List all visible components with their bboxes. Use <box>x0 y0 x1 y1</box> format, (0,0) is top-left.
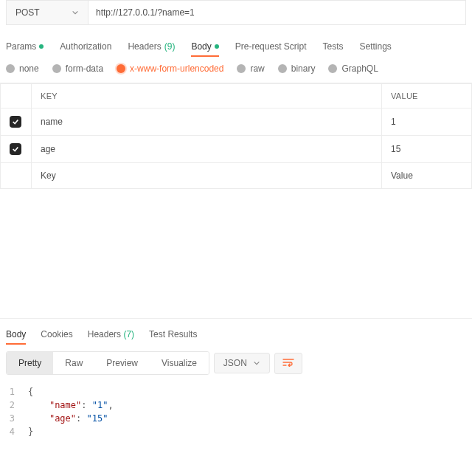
tab-body[interactable]: Body <box>191 37 218 56</box>
tab-authorization[interactable]: Authorization <box>60 37 111 56</box>
url-text: http://127.0.0.1/?name=1 <box>96 7 195 18</box>
method-label: POST <box>15 7 40 18</box>
body-type-x-www-form-urlencoded[interactable]: x-www-form-urlencoded <box>117 63 223 74</box>
url-input[interactable]: http://127.0.0.1/?name=1 <box>88 1 465 24</box>
radio-icon <box>237 64 246 73</box>
view-preview[interactable]: Preview <box>94 352 150 374</box>
view-raw[interactable]: Raw <box>53 352 94 374</box>
table-row-new: KeyValue <box>1 163 472 189</box>
response-tab-body[interactable]: Body <box>6 325 26 344</box>
key-placeholder[interactable]: Key <box>32 163 382 189</box>
chevron-down-icon <box>72 9 79 16</box>
col-key-header: KEY <box>32 84 382 108</box>
format-select[interactable]: JSON <box>214 353 270 373</box>
tab-tests[interactable]: Tests <box>322 37 343 56</box>
radio-icon <box>117 64 125 73</box>
format-label: JSON <box>223 358 247 368</box>
spacer <box>0 189 472 318</box>
body-type-row: noneform-datax-www-form-urlencodedrawbin… <box>0 56 472 83</box>
code-line: 2 "name": "1", <box>6 399 466 412</box>
table-row: age15 <box>1 136 472 163</box>
radio-icon <box>6 64 15 73</box>
method-select[interactable]: POST <box>7 1 88 24</box>
table-row: name1 <box>1 108 472 136</box>
response-view-bar: PrettyRawPreviewVisualize JSON <box>0 344 472 382</box>
row-checkbox[interactable] <box>10 143 21 155</box>
chevron-down-icon <box>253 359 260 367</box>
body-type-form-data[interactable]: form-data <box>52 63 103 74</box>
radio-icon <box>328 64 337 73</box>
value-placeholder[interactable]: Value <box>382 163 472 189</box>
body-type-GraphQL[interactable]: GraphQL <box>328 63 378 74</box>
view-button-group: PrettyRawPreviewVisualize <box>6 351 209 375</box>
response-tab-test-results[interactable]: Test Results <box>149 325 197 344</box>
tab-pre-request-script[interactable]: Pre-request Script <box>235 37 307 56</box>
tab-settings[interactable]: Settings <box>360 37 392 56</box>
radio-icon <box>52 64 61 73</box>
response-body[interactable]: 1{2 "name": "1",3 "age": "15"4} <box>0 382 472 453</box>
code-line: 4} <box>6 425 466 438</box>
cell-value[interactable]: 1 <box>382 108 472 136</box>
cell-value[interactable]: 15 <box>382 136 472 163</box>
view-pretty[interactable]: Pretty <box>7 352 53 374</box>
col-value-header: VALUE <box>382 84 472 108</box>
body-type-raw[interactable]: raw <box>237 63 264 74</box>
cell-key[interactable]: age <box>32 136 382 163</box>
response-tabs: BodyCookiesHeaders (7)Test Results <box>0 318 472 344</box>
code-line: 3 "age": "15" <box>6 412 466 425</box>
code-line: 1{ <box>6 385 466 399</box>
tab-params[interactable]: Params <box>6 37 44 56</box>
row-checkbox[interactable] <box>10 116 21 128</box>
request-tabs: ParamsAuthorizationHeaders (9)BodyPre-re… <box>0 32 472 56</box>
tab-headers[interactable]: Headers (9) <box>128 37 175 56</box>
response-tab-headers[interactable]: Headers (7) <box>88 325 134 344</box>
body-type-binary[interactable]: binary <box>278 63 316 74</box>
col-check-header <box>1 84 32 108</box>
response-tab-cookies[interactable]: Cookies <box>41 325 72 344</box>
request-bar: POST http://127.0.0.1/?name=1 <box>6 0 466 25</box>
view-visualize[interactable]: Visualize <box>150 352 209 374</box>
body-type-none[interactable]: none <box>6 63 39 74</box>
radio-icon <box>278 64 287 73</box>
wrap-lines-button[interactable] <box>274 353 302 374</box>
form-data-table: KEY VALUE name1age15KeyValue <box>0 83 472 189</box>
cell-key[interactable]: name <box>32 108 382 136</box>
wrap-icon <box>282 358 294 367</box>
